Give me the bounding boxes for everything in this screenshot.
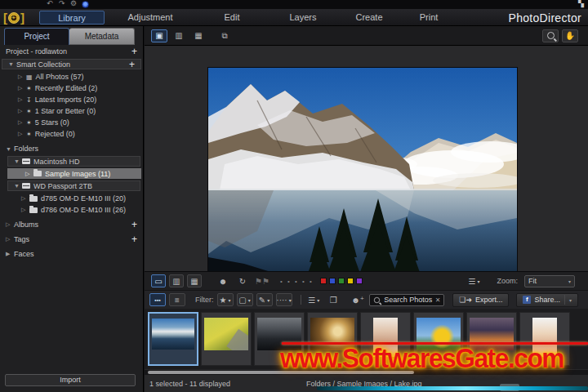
chevron-closed-icon[interactable]: ▷ — [21, 207, 29, 213]
search-input[interactable]: Search Photos — [384, 296, 432, 304]
multi-view-button[interactable]: ▦ — [187, 274, 202, 287]
chevron-closed-icon[interactable]: ▷ — [18, 119, 26, 126]
smart-collection-label: Smart Collection — [16, 60, 70, 69]
window-mode-icon[interactable]: ▚ — [578, 0, 584, 8]
zoom-tool-button[interactable] — [542, 29, 559, 42]
color-label-yellow[interactable] — [347, 278, 354, 284]
chevron-closed-icon[interactable]: ▷ — [18, 108, 26, 114]
chevron-closed-icon[interactable]: ▷ — [6, 221, 14, 228]
tags-header[interactable]: ▷ Tags + — [0, 234, 143, 245]
undo-icon[interactable]: ↶ — [47, 0, 53, 8]
photo-viewer-mode-button[interactable]: ▣ — [151, 29, 167, 42]
stack-button[interactable]: ❐ — [325, 293, 341, 306]
chevron-closed-icon[interactable]: ▷ — [25, 171, 33, 177]
thumbnail-lake-selected[interactable] — [148, 312, 198, 366]
tree-item-macintosh-hd[interactable]: ▼ Macintosh HD — [7, 156, 140, 167]
flag-filter-dropdown[interactable]: ▢▾ — [237, 293, 253, 306]
albums-header[interactable]: ▷ Albums + — [0, 219, 143, 230]
thumbnail-sunset-clouds[interactable] — [466, 312, 517, 366]
redo-icon[interactable]: ↷ — [59, 0, 65, 8]
chevron-down-icon[interactable]: ▾ — [569, 297, 572, 303]
add-tag-button[interactable]: + — [131, 235, 137, 243]
project-header-row[interactable]: Project - rodlawton + — [0, 46, 143, 57]
thumb-image-storm — [257, 318, 301, 350]
color-label-green[interactable] — [338, 278, 345, 284]
tab-edit[interactable]: Edit — [196, 11, 268, 24]
thumbnail-golden-spiral[interactable] — [307, 312, 358, 366]
tree-item-sample-images-selected[interactable]: ▷ Sample Images (11) — [7, 168, 141, 179]
filmstrip-view-button[interactable]: ▪▪▪ — [149, 293, 166, 306]
chevron-solid-icon[interactable]: ▶ — [6, 251, 14, 257]
chevron-closed-icon[interactable]: ▷ — [18, 74, 26, 80]
tree-item-latest-imports[interactable]: ▷ ↧ Latest Imports (20) — [0, 94, 143, 105]
chevron-open-icon[interactable]: ▼ — [6, 146, 14, 152]
chevron-closed-icon[interactable]: ▷ — [21, 195, 29, 202]
clear-search-icon[interactable]: ✕ — [435, 296, 441, 304]
flag-buttons[interactable]: ⚑⚑ — [254, 274, 270, 287]
tab-metadata[interactable]: Metadata — [69, 28, 135, 45]
tree-item-d786[interactable]: ▷ d786 OM-D E-M10 III (26) — [0, 204, 143, 216]
star-rating-dots[interactable]: • • • • • — [280, 278, 314, 285]
tab-library[interactable]: Library — [39, 11, 105, 24]
chevron-closed-icon[interactable]: ▷ — [6, 236, 14, 243]
star-filter-dropdown[interactable]: ★▾ — [217, 293, 234, 306]
label-filter-dropdown[interactable]: ····▾ — [276, 293, 292, 306]
thumbnail-woman-portrait[interactable] — [360, 312, 411, 366]
thumbnail-laughing-woman[interactable] — [519, 312, 570, 366]
chevron-closed-icon[interactable]: ▷ — [18, 96, 26, 103]
color-label-purple[interactable] — [356, 278, 363, 284]
menu-bar: [ ✳ ] Library Adjustment Edit Layers Cre… — [0, 9, 588, 26]
tree-item-all-photos[interactable]: ▷ ▦ All Photos (57) — [0, 71, 143, 82]
two-up-view-button[interactable]: ▥ — [169, 274, 184, 287]
smart-collection-header[interactable]: ▼ Smart Collection + — [2, 59, 141, 69]
edited-filter-dropdown[interactable]: ✎▾ — [256, 293, 273, 306]
add-smart-collection-button[interactable]: + — [129, 60, 135, 69]
settings-gear-icon[interactable]: ⚙ — [70, 0, 77, 8]
thumbnail-meadow-bicycle[interactable] — [201, 312, 252, 366]
color-label-red[interactable] — [320, 278, 327, 284]
lake-photo[interactable] — [208, 68, 517, 283]
pan-tool-button[interactable]: ✋ — [562, 29, 578, 42]
add-album-button[interactable]: + — [131, 220, 137, 229]
tab-adjustment[interactable]: Adjustment — [105, 11, 196, 24]
tree-item-wd-passport[interactable]: ▼ WD Passport 2TB — [7, 180, 140, 191]
single-view-button[interactable]: ▭ — [151, 274, 166, 287]
browse-mode-button[interactable]: ▥ — [171, 29, 187, 42]
filmstrip-scrollbar-thumb[interactable] — [148, 371, 414, 374]
rotate-button[interactable]: ↻ — [234, 274, 251, 287]
thumbnail-sunflower[interactable] — [413, 312, 464, 366]
tab-create[interactable]: Create — [338, 11, 400, 24]
faces-header[interactable]: ▶ Faces — [0, 248, 143, 260]
compare-mode-button[interactable]: ⧉ — [216, 29, 233, 42]
tree-item-recently-edited[interactable]: ▷ ✶ Recently Edited (2) — [0, 82, 143, 94]
import-button[interactable]: Import — [5, 374, 136, 386]
tab-print[interactable]: Print — [400, 11, 457, 24]
thumbnail-storm-landscape[interactable] — [254, 312, 305, 366]
view-options-button[interactable]: ☰▾ — [466, 274, 482, 287]
chevron-closed-icon[interactable]: ▷ — [18, 85, 26, 91]
tree-item-d785[interactable]: ▷ d785 OM-D E-M10 III (20) — [0, 193, 143, 204]
tab-project[interactable]: Project — [4, 28, 69, 45]
zoom-level-dropdown[interactable]: Fit ▾ — [524, 275, 575, 287]
grid-mode-button[interactable]: ▦ — [190, 29, 207, 42]
sort-dropdown[interactable]: ☰▾ — [305, 293, 322, 306]
chevron-open-icon[interactable]: ▼ — [14, 183, 22, 189]
add-project-button[interactable]: + — [131, 47, 137, 56]
directorzone-icon[interactable] — [82, 1, 89, 8]
chevron-closed-icon[interactable]: ▷ — [18, 131, 26, 137]
share-button[interactable]: f Share... ▾ — [516, 293, 578, 307]
tree-item-five-stars[interactable]: ▷ ✶ 5 Stars (0) — [0, 117, 143, 128]
folders-header[interactable]: ▼ Folders — [0, 143, 143, 154]
chevron-open-icon[interactable]: ▼ — [8, 61, 16, 67]
list-view-button[interactable]: ≡ — [169, 293, 185, 306]
chevron-open-icon[interactable]: ▼ — [14, 158, 22, 164]
face-tag-button[interactable]: ☻ — [215, 274, 231, 287]
tree-item-one-star-or-better[interactable]: ▷ ✶ 1 Star or Better (0) — [0, 105, 143, 117]
add-face-button[interactable]: ☻⁺ — [350, 293, 366, 306]
search-box[interactable]: Search Photos ✕ — [369, 294, 444, 306]
color-label-blue[interactable] — [329, 278, 336, 284]
export-button[interactable]: ❏➜ Export... — [452, 293, 509, 307]
tab-layers[interactable]: Layers — [268, 11, 338, 24]
tree-item-rejected[interactable]: ▷ ✶ Rejected (0) — [0, 128, 143, 140]
filmstrip-scrollbar-track[interactable] — [145, 370, 588, 375]
